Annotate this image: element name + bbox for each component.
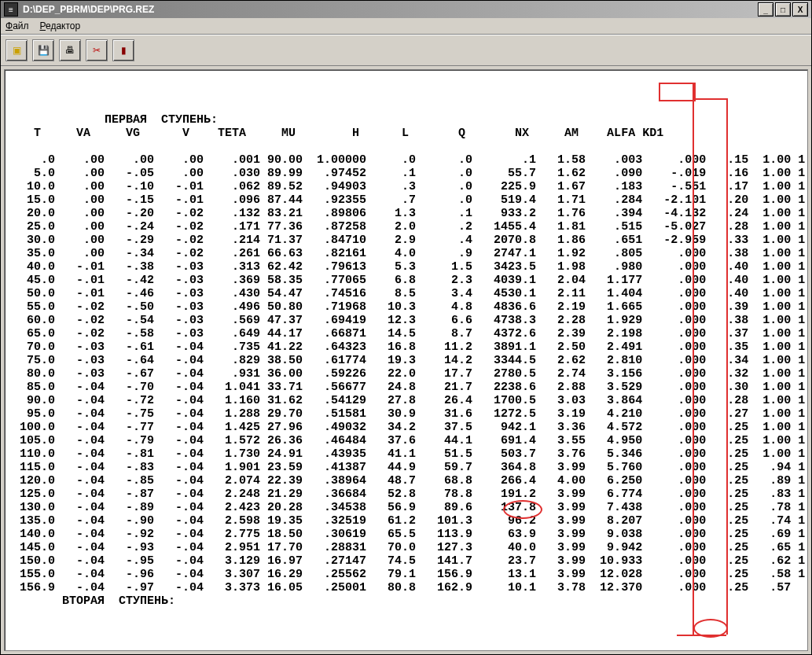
annotation-c15-column-bottom — [677, 635, 726, 636]
door-icon: ▮ — [121, 45, 127, 56]
content-wrapper: ПЕРВАЯ СТУПЕНЬ: T VA VG V TETA MU H L Q … — [1, 66, 811, 654]
text-content[interactable]: ПЕРВАЯ СТУПЕНЬ: T VA VG V TETA MU H L Q … — [4, 69, 808, 651]
annotation-c15-column-left — [693, 83, 694, 635]
exit-button[interactable]: ▮ — [112, 39, 134, 61]
tool-button[interactable]: ✂ — [86, 39, 108, 61]
menu-file[interactable]: Файл — [6, 20, 29, 31]
annotation-circle-am-4.00 — [503, 500, 542, 519]
app-icon: ≡ — [4, 2, 18, 17]
toolbar: ▣ 💾 🖶 ✂ ▮ — [1, 35, 811, 66]
annotation-circle-.57 — [693, 619, 728, 638]
annotation-kd1-box — [659, 83, 696, 101]
window-root: ≡ D:\DEP_PBRM\DEP\PRG.REZ _ □ X Файл Ред… — [0, 0, 812, 655]
print-button[interactable]: 🖶 — [59, 39, 81, 61]
maximize-button[interactable]: □ — [775, 2, 791, 17]
menu-editor[interactable]: Редактор — [40, 20, 81, 31]
window-title: D:\DEP_PBRM\DEP\PRG.REZ — [23, 4, 758, 15]
folder-icon: ▣ — [13, 45, 21, 56]
open-button[interactable]: ▣ — [6, 39, 28, 61]
menubar: Файл Редактор — [1, 18, 811, 35]
save-button[interactable]: 💾 — [32, 39, 54, 61]
annotation-c15-column-right — [726, 98, 728, 635]
menu-editor-rest: едактор — [46, 20, 80, 31]
printer-icon: 🖶 — [65, 45, 75, 56]
minimize-button[interactable]: _ — [758, 2, 773, 17]
tool-icon: ✂ — [93, 45, 101, 56]
titlebar: ≡ D:\DEP_PBRM\DEP\PRG.REZ _ □ X — [1, 1, 811, 18]
menu-file-rest: айл — [13, 20, 28, 31]
disk-icon: 💾 — [38, 45, 50, 56]
annotation-c15-column-top — [693, 98, 726, 100]
window-controls: _ □ X — [758, 2, 808, 17]
close-button[interactable]: X — [792, 2, 808, 17]
